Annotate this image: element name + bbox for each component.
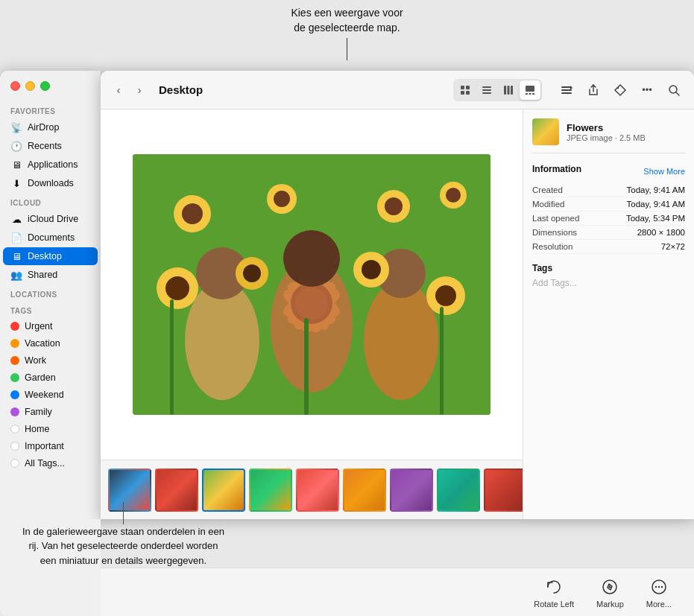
- work-tag-dot: [10, 356, 19, 365]
- fullscreen-button[interactable]: [40, 81, 50, 91]
- back-button[interactable]: ‹: [110, 81, 127, 99]
- svg-rect-13: [532, 93, 534, 95]
- info-header-row: Information Show More: [532, 164, 685, 179]
- rotate-left-button[interactable]: Rotate Left: [534, 577, 574, 609]
- home-tag-dot: [10, 425, 19, 434]
- sidebar-item-all-tags[interactable]: All Tags...: [3, 455, 98, 471]
- more-actions-button[interactable]: More...: [646, 577, 672, 609]
- bottom-action-bar: Rotate Left Markup More...: [101, 568, 694, 616]
- svg-rect-9: [511, 86, 513, 95]
- tooltip-bottom-text: In de galerieweergave staan onderdelen i…: [15, 524, 232, 568]
- tags-button[interactable]: [609, 79, 631, 101]
- all-tags-dot: [10, 459, 19, 468]
- tags-section: Tags Add Tags...: [532, 263, 685, 288]
- sidebar-item-tag-urgent[interactable]: Urgent: [3, 318, 98, 334]
- search-button[interactable]: [663, 79, 685, 101]
- svg-point-25: [274, 191, 290, 207]
- sidebar: Favorites 📡 AirDrop 🕐 Recents 🖥 Applicat…: [0, 71, 101, 519]
- connector-bottom: [123, 502, 124, 524]
- sidebar-item-tag-garden[interactable]: Garden: [3, 369, 98, 386]
- sidebar-item-recents[interactable]: 🕐 Recents: [3, 137, 98, 155]
- add-tags-placeholder[interactable]: Add Tags...: [532, 278, 685, 288]
- minimize-button[interactable]: [25, 81, 35, 91]
- thumb-item-9[interactable]: [484, 469, 523, 512]
- toolbar-right: •••: [555, 79, 685, 101]
- svg-rect-14: [561, 86, 572, 88]
- sidebar-item-documents[interactable]: 📄 Documents: [3, 229, 98, 247]
- sidebar-item-tag-vacation[interactable]: Vacation: [3, 335, 98, 352]
- thumb-item-8[interactable]: [437, 469, 480, 512]
- file-meta: JPEG image · 2.5 MB: [567, 133, 646, 142]
- sidebar-item-tag-work[interactable]: Work: [3, 352, 98, 369]
- locations-label: Locations: [0, 285, 101, 301]
- svg-marker-17: [570, 86, 572, 90]
- svg-rect-54: [304, 318, 309, 415]
- thumb-item-4[interactable]: [249, 469, 292, 512]
- svg-point-23: [182, 203, 203, 224]
- tags-section-label: Tags: [532, 263, 685, 273]
- svg-rect-55: [170, 299, 174, 415]
- svg-point-29: [446, 188, 461, 203]
- markup-button[interactable]: Markup: [596, 577, 624, 609]
- share-button[interactable]: [582, 79, 605, 101]
- sidebar-item-airdrop[interactable]: 📡 AirDrop: [3, 118, 98, 136]
- sidebar-item-tag-family[interactable]: Family: [3, 404, 98, 420]
- sidebar-item-downloads[interactable]: ⬇ Downloads: [3, 174, 98, 192]
- folder-title: Desktop: [159, 83, 203, 96]
- icloud-drive-icon: ☁: [10, 213, 22, 225]
- file-name: Flowers: [567, 122, 646, 133]
- forward-button[interactable]: ›: [130, 81, 148, 99]
- svg-line-20: [676, 92, 679, 95]
- view-columns-button[interactable]: [498, 80, 519, 100]
- thumb-item-7[interactable]: [390, 469, 433, 512]
- rotate-left-icon: [543, 577, 564, 597]
- downloads-icon: ⬇: [10, 177, 22, 189]
- view-list-button[interactable]: [476, 80, 497, 100]
- svg-point-47: [165, 276, 189, 300]
- important-tag-dot: [10, 442, 19, 451]
- info-row-created: Created Today, 9:41 AM: [532, 183, 685, 197]
- finder-window: ‹ › Desktop: [101, 71, 694, 519]
- svg-rect-6: [482, 92, 491, 94]
- file-thumbnail: [532, 118, 559, 145]
- svg-rect-2: [461, 91, 464, 95]
- markup-icon: [599, 577, 620, 597]
- info-row-dimensions: Dimensions 2800 × 1800: [532, 226, 685, 240]
- view-gallery-button[interactable]: [520, 80, 540, 100]
- info-row-resolution: Resolution 72×72: [532, 240, 685, 254]
- view-controls: [453, 79, 542, 101]
- thumb-item-5[interactable]: [296, 469, 339, 512]
- sidebar-item-applications[interactable]: 🖥 Applications: [3, 156, 98, 174]
- show-more-link[interactable]: Show More: [643, 167, 685, 176]
- weekend-tag-dot: [10, 390, 19, 399]
- info-row-last-opened: Last opened Today, 5:34 PM: [532, 212, 685, 226]
- more-button[interactable]: •••: [636, 79, 658, 101]
- garden-tag-dot: [10, 373, 19, 382]
- sidebar-item-desktop[interactable]: 🖥 Desktop: [3, 247, 98, 265]
- vacation-tag-dot: [10, 339, 19, 348]
- sidebar-item-icloud-drive[interactable]: ☁ iCloud Drive: [3, 210, 98, 228]
- traffic-lights: [0, 71, 101, 98]
- family-tag-dot: [10, 407, 19, 416]
- group-button[interactable]: [555, 79, 578, 101]
- tooltip-top-text: Kies een weergave voor de geselecteerde …: [291, 6, 403, 35]
- tooltip-top: Kies een weergave voor de geselecteerde …: [0, 0, 694, 71]
- shared-icon: 👥: [10, 269, 22, 281]
- thumb-item-6[interactable]: [343, 469, 386, 512]
- view-icons-button[interactable]: [455, 80, 476, 100]
- sidebar-item-tag-important[interactable]: Important: [3, 438, 98, 454]
- gallery-image[interactable]: [133, 154, 490, 415]
- sidebar-item-tag-weekend[interactable]: Weekend: [3, 387, 98, 403]
- svg-rect-1: [466, 86, 470, 89]
- svg-point-53: [362, 260, 381, 279]
- sidebar-item-tag-home[interactable]: Home: [3, 421, 98, 437]
- svg-point-61: [658, 585, 660, 587]
- sidebar-item-shared[interactable]: 👥 Shared: [3, 266, 98, 284]
- file-info-text: Flowers JPEG image · 2.5 MB: [567, 122, 646, 142]
- close-button[interactable]: [10, 81, 20, 91]
- svg-rect-3: [466, 91, 470, 95]
- airdrop-icon: 📡: [10, 121, 22, 133]
- info-row-modified: Modified Today, 9:41 AM: [532, 197, 685, 212]
- documents-icon: 📄: [10, 232, 22, 244]
- applications-icon: 🖥: [10, 159, 22, 171]
